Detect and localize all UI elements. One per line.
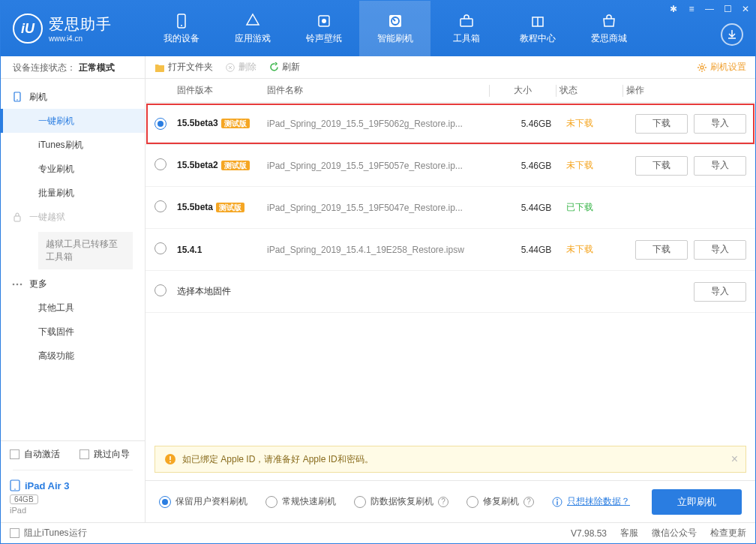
col-status: 状态 [560, 84, 620, 97]
flash-settings-button[interactable]: 刷机设置 [697, 61, 746, 74]
block-itunes-checkbox[interactable] [10, 528, 20, 538]
sidebar-item-pro[interactable]: 专业刷机 [1, 157, 145, 181]
sidebar-item-itunes[interactable]: iTunes刷机 [1, 133, 145, 157]
storage-badge: 64GB [10, 494, 38, 504]
nav-tab-apps-games[interactable]: 应用游戏 [217, 1, 288, 56]
flash-now-button[interactable]: 立即刷机 [652, 489, 742, 515]
download-manager-button[interactable] [721, 23, 743, 46]
firmware-row[interactable]: 15.4.1iPad_Spring_2019_15.4.1_19E258_Res… [146, 229, 755, 271]
download-button[interactable]: 下载 [635, 240, 688, 260]
svg-point-1 [181, 25, 182, 26]
svg-point-13 [14, 488, 16, 490]
opt-normal[interactable]: 常规快速刷机 [266, 495, 336, 508]
firmware-radio[interactable] [154, 158, 166, 170]
nav-tab-ringtones[interactable]: 铃声壁纸 [288, 1, 359, 56]
fw-status: 未下载 [566, 159, 626, 172]
skin-icon[interactable]: ✱ [668, 4, 679, 14]
sidebar-header-more[interactable]: 更多 [1, 272, 145, 296]
sidebar-item-advanced[interactable]: 高级功能 [1, 344, 145, 368]
opt-normal-radio[interactable] [266, 496, 278, 508]
help-icon[interactable]: ? [438, 497, 448, 507]
minimize-icon[interactable]: — [704, 4, 715, 14]
auto-activate-checkbox[interactable] [10, 449, 20, 459]
device-type: iPad [10, 506, 136, 515]
connection-status: 设备连接状态：正常模式 [1, 56, 145, 79]
opt-repair[interactable]: 修复刷机 ? [466, 495, 534, 508]
fw-filename: iPad_Spring_2019_15.4.1_19E258_Restore.i… [267, 245, 506, 255]
firmware-row[interactable]: 15.5beta2测试版iPad_Spring_2019_15.5_19F505… [146, 145, 755, 187]
opt-anti-radio[interactable] [354, 496, 366, 508]
open-folder-button[interactable]: 打开文件夹 [154, 61, 213, 74]
maximize-icon[interactable]: ☐ [722, 4, 733, 14]
fw-version: 15.4.1 [177, 245, 267, 255]
ringtones-icon [316, 13, 332, 29]
apps-games-icon [244, 13, 261, 29]
firmware-radio[interactable] [154, 200, 166, 212]
table-header: 固件版本 固件名称 大小 状态 操作 [146, 79, 755, 103]
opt-keep-data[interactable]: 保留用户资料刷机 [159, 495, 248, 508]
app-header: iU 爱思助手 www.i4.cn 我的设备应用游戏铃声壁纸智能刷机工具箱教程中… [1, 1, 755, 56]
nav-tab-my-device[interactable]: 我的设备 [146, 1, 217, 56]
import-local-button[interactable]: 导入 [694, 282, 746, 302]
svg-point-7 [16, 99, 18, 101]
firmware-row[interactable]: 15.5beta3测试版iPad_Spring_2019_15.5_19F506… [146, 103, 755, 145]
version-label: V7.98.53 [571, 528, 607, 539]
gear-icon [697, 62, 707, 73]
firmware-radio[interactable] [154, 242, 166, 254]
menu-icon[interactable]: ≡ [686, 4, 697, 14]
delete-button[interactable]: 删除 [225, 61, 256, 74]
appleid-notice: 如已绑定 Apple ID，请准备好 Apple ID和密码。 × [154, 446, 746, 473]
svg-rect-17 [170, 456, 171, 460]
download-button[interactable]: 下载 [635, 114, 688, 134]
import-button[interactable]: 导入 [694, 114, 746, 134]
opt-keep-data-radio[interactable] [159, 496, 171, 508]
close-icon[interactable]: ✕ [740, 4, 751, 14]
toolbar: 打开文件夹 删除 刷新 刷机设置 [146, 56, 755, 79]
refresh-button[interactable]: 刷新 [268, 61, 300, 74]
tutorials-icon [530, 13, 546, 29]
firmware-radio[interactable] [154, 118, 166, 130]
import-button[interactable]: 导入 [694, 156, 746, 176]
local-fw-radio[interactable] [154, 284, 166, 296]
sidebar-item-batch[interactable]: 批量刷机 [1, 181, 145, 205]
skip-guide-checkbox[interactable] [80, 449, 89, 459]
svg-point-20 [556, 499, 558, 500]
warning-icon [164, 453, 176, 465]
download-button[interactable]: 下载 [635, 156, 688, 176]
support-link[interactable]: 客服 [620, 527, 638, 539]
app-subtitle: www.i4.cn [49, 35, 112, 43]
help-icon[interactable]: ? [524, 497, 534, 507]
nav-tab-toolbox[interactable]: 工具箱 [430, 1, 502, 56]
opt-anti-recovery[interactable]: 防数据恢复刷机 ? [354, 495, 448, 508]
erase-only-link[interactable]: 只想抹除数据？ [552, 495, 630, 508]
nav-tab-store[interactable]: 爱思商城 [573, 1, 644, 56]
beta-badge: 测试版 [216, 203, 244, 212]
fw-filename: iPad_Spring_2019_15.5_19F5057e_Restore.i… [267, 161, 506, 171]
notice-close-button[interactable]: × [731, 452, 738, 466]
my-device-icon [173, 13, 190, 29]
local-firmware-row[interactable]: 选择本地固件 导入 [146, 271, 755, 313]
nav-tab-smart-flash[interactable]: 智能刷机 [359, 1, 430, 56]
sidebar-item-download-fw[interactable]: 下载固件 [1, 320, 145, 344]
main-panel: 打开文件夹 删除 刷新 刷机设置 固件版本 固件名称 大小 状态 [146, 56, 755, 522]
opt-repair-radio[interactable] [466, 496, 478, 508]
check-update-link[interactable]: 检查更新 [710, 527, 746, 539]
auto-activate-row: 自动激活 跳过向导 [1, 441, 145, 467]
sidebar-item-one-key[interactable]: 一键刷机 [1, 109, 145, 133]
fw-size: 5.44GB [506, 203, 566, 213]
wechat-link[interactable]: 微信公众号 [652, 527, 697, 539]
svg-rect-5 [460, 19, 472, 26]
import-button[interactable]: 导入 [694, 240, 746, 260]
device-name[interactable]: iPad Air 3 [10, 479, 136, 491]
svg-point-18 [170, 461, 171, 463]
beta-badge: 测试版 [221, 161, 250, 170]
block-itunes-label: 阻止iTunes运行 [24, 527, 87, 539]
firmware-row[interactable]: 15.5beta测试版iPad_Spring_2019_15.5_19F5047… [146, 187, 755, 229]
fw-status: 未下载 [566, 117, 626, 130]
window-controls: ✱ ≡ — ☐ ✕ [668, 4, 751, 14]
nav-tab-tutorials[interactable]: 教程中心 [502, 1, 573, 56]
sidebar-item-other-tools[interactable]: 其他工具 [1, 296, 145, 320]
store-icon [601, 13, 617, 29]
sidebar-header-flash[interactable]: 刷机 [1, 85, 145, 109]
folder-icon [154, 62, 165, 73]
